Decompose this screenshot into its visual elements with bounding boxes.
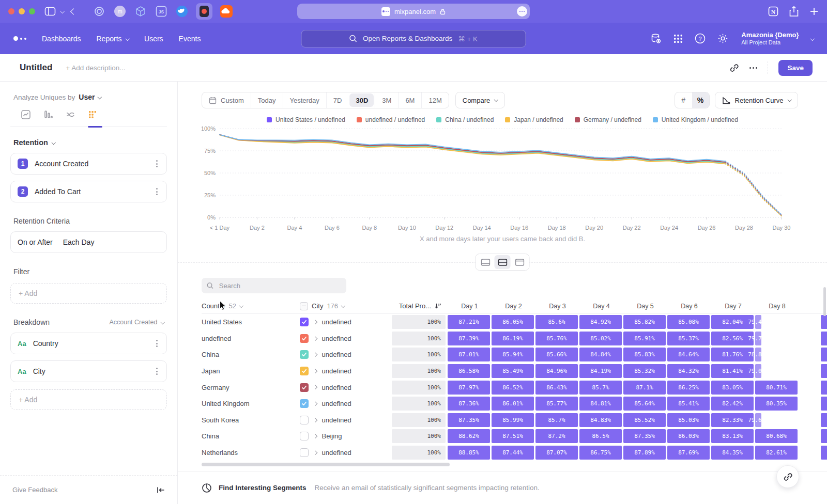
expand-row-chevron-icon[interactable] xyxy=(313,418,317,422)
collapse-sidebar-icon[interactable] xyxy=(157,486,165,494)
expand-row-chevron-icon[interactable] xyxy=(313,337,317,341)
add-description[interactable]: + Add description... xyxy=(66,64,125,72)
step-card-2[interactable]: 2 Added To Cart xyxy=(10,181,167,202)
add-filter-button[interactable]: + Add xyxy=(10,283,167,304)
row-checkbox[interactable] xyxy=(300,350,309,359)
day-column-header[interactable]: Day 7 xyxy=(711,303,755,310)
tab-funnels[interactable] xyxy=(37,109,59,120)
view-chart-and-table-icon[interactable] xyxy=(495,255,511,269)
share-icon[interactable] xyxy=(789,6,799,17)
view-table-only-icon[interactable] xyxy=(512,255,528,269)
tab-insights[interactable] xyxy=(14,109,37,120)
criteria-mode[interactable]: On or After xyxy=(18,238,53,246)
horizontal-scrollbar[interactable] xyxy=(202,463,450,466)
expand-row-chevron-icon[interactable] xyxy=(313,434,317,438)
range-today[interactable]: Today xyxy=(251,92,283,108)
breakdown-menu-icon[interactable] xyxy=(154,366,160,377)
avatar-m-extension-icon[interactable]: m xyxy=(113,5,127,18)
total-column-header[interactable]: Total Pro... xyxy=(392,302,448,310)
day-column-header[interactable]: Day 8 xyxy=(755,303,799,310)
day-column-header[interactable]: Day 4 xyxy=(579,303,623,310)
segments-title[interactable]: Find Interesting Segments xyxy=(219,484,307,492)
add-breakdown-button[interactable]: + Add xyxy=(10,389,167,410)
country-column-header[interactable]: Country 52 xyxy=(202,302,300,310)
row-checkbox[interactable] xyxy=(300,318,309,326)
chart-type-button[interactable]: Retention Curve xyxy=(715,92,798,108)
data-management-icon[interactable] xyxy=(650,33,662,44)
help-icon[interactable]: ? xyxy=(695,33,706,44)
target-extension-icon[interactable] xyxy=(93,5,106,18)
day-column-header[interactable]: Day 2 xyxy=(492,303,535,310)
legend-item[interactable]: Japan / undefined xyxy=(505,116,563,123)
day-column-header[interactable]: Day 1 xyxy=(448,303,492,310)
analyze-value[interactable]: User xyxy=(79,93,95,101)
share-link-fab[interactable] xyxy=(776,465,799,488)
chevron-down-icon[interactable] xyxy=(61,10,64,13)
range-custom[interactable]: Custom xyxy=(202,92,251,108)
row-checkbox[interactable] xyxy=(300,448,309,457)
step-card-1[interactable]: 1 Account Created xyxy=(10,153,167,175)
range-3m[interactable]: 3M xyxy=(375,92,398,108)
settings-gear-icon[interactable] xyxy=(717,33,728,44)
step-menu-icon[interactable] xyxy=(154,158,160,169)
range-30d[interactable]: 30D xyxy=(349,93,374,107)
js-extension-icon[interactable]: JS xyxy=(155,5,168,18)
mixpanel-logo[interactable] xyxy=(13,36,26,41)
global-search[interactable]: Open Reports & Dashboards ⌘ + K xyxy=(301,30,526,48)
range-yesterday[interactable]: Yesterday xyxy=(283,92,326,108)
expand-row-chevron-icon[interactable] xyxy=(313,369,317,373)
day-column-header[interactable]: Day 5 xyxy=(623,303,667,310)
row-checkbox[interactable] xyxy=(300,334,309,343)
breakdown-menu-icon[interactable] xyxy=(154,338,160,349)
save-button[interactable]: Save xyxy=(778,60,813,76)
expand-row-chevron-icon[interactable] xyxy=(313,451,317,455)
minimize-window-button[interactable] xyxy=(19,8,25,14)
cube-extension-icon[interactable] xyxy=(134,5,147,18)
give-feedback-link[interactable]: Give Feedback xyxy=(12,486,57,494)
breakdown-card-country[interactable]: Aa Country xyxy=(10,333,167,354)
table-search[interactable] xyxy=(202,278,346,293)
nav-item-users[interactable]: Users xyxy=(144,35,163,43)
address-bar[interactable]: mixpanel.com xyxy=(297,4,530,19)
nav-item-dashboards[interactable]: Dashboards xyxy=(42,35,81,43)
new-tab-icon[interactable] xyxy=(809,7,819,16)
range-7d[interactable]: 7D xyxy=(326,92,349,108)
city-column-header[interactable]: City 176 xyxy=(300,302,392,310)
legend-item[interactable]: China / undefined xyxy=(436,116,494,123)
back-icon[interactable] xyxy=(71,9,76,14)
nav-item-events[interactable]: Events xyxy=(179,35,201,43)
bird-extension-icon[interactable] xyxy=(175,5,189,18)
day-column-header[interactable]: Day 3 xyxy=(535,303,579,310)
retention-section-title[interactable]: Retention xyxy=(13,138,48,147)
range-6m[interactable]: 6M xyxy=(398,92,421,108)
close-window-button[interactable] xyxy=(8,8,14,14)
criteria-interval[interactable]: Each Day xyxy=(63,238,95,246)
vertical-scrollbar[interactable] xyxy=(823,287,826,316)
row-checkbox[interactable] xyxy=(300,383,309,392)
browser-sidebar-icon[interactable] xyxy=(44,7,56,16)
legend-item[interactable]: undefined / undefined xyxy=(357,116,425,123)
apps-grid-icon[interactable] xyxy=(673,34,683,43)
nav-item-reports[interactable]: Reports xyxy=(97,35,129,43)
legend-item[interactable]: United States / undefined xyxy=(267,116,345,123)
legend-item[interactable]: United Kingdom / undefined xyxy=(653,116,738,123)
range-12m[interactable]: 12M xyxy=(421,92,448,108)
cloud-extension-icon[interactable] xyxy=(220,5,233,18)
more-actions-icon[interactable] xyxy=(749,67,757,69)
tab-flows[interactable] xyxy=(59,109,81,120)
project-switcher[interactable]: Amazonia {Demo} All Project Data xyxy=(741,31,799,46)
expand-row-chevron-icon[interactable] xyxy=(313,385,317,389)
count-toggle[interactable]: # xyxy=(675,92,692,108)
criteria-card[interactable]: On or After Each Day xyxy=(10,231,167,253)
expand-row-chevron-icon[interactable] xyxy=(313,402,317,406)
legend-item[interactable]: Germany / undefined xyxy=(575,116,641,123)
expand-row-chevron-icon[interactable] xyxy=(313,320,317,324)
expand-row-chevron-icon[interactable] xyxy=(313,353,317,357)
breakdown-scope-selector[interactable]: Account Created xyxy=(109,319,164,326)
tab-retention[interactable] xyxy=(81,109,103,120)
percent-toggle[interactable]: % xyxy=(692,92,709,108)
copy-link-icon[interactable] xyxy=(729,63,739,73)
row-checkbox[interactable] xyxy=(300,399,309,408)
select-all-checkbox[interactable] xyxy=(300,302,308,310)
notion-icon[interactable]: N xyxy=(768,6,778,17)
